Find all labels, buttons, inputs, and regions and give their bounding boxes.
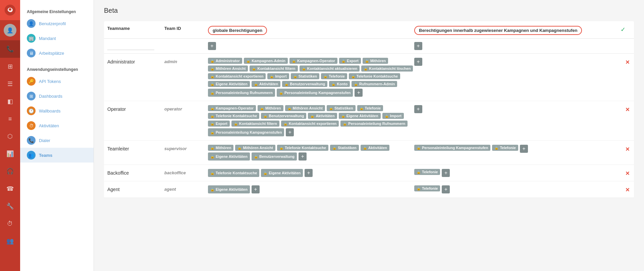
global-perm-tag: 🔒Personaleinteilung Rufnummern [208,89,275,97]
wallboards-icon: 🕐 [27,106,36,115]
general-section-title: Allgemeine Einstellungen [20,7,94,16]
sidebar-item-wallboards[interactable]: 🕐 Wallboards [20,103,94,118]
team-id: admin [164,58,208,64]
chart-sidebar-icon[interactable]: 📊 [0,145,20,163]
save-new-row-button[interactable]: ✓ [621,26,626,33]
lock-icon: 🔒 [254,155,258,159]
lock-icon: 🔒 [270,75,274,78]
add-global-perm-button[interactable]: + [305,169,313,177]
menu-sidebar-icon[interactable]: ☰ [0,75,20,93]
lock-icon: 🔒 [284,82,288,86]
global-perm-tag: 🔒Statistiken [291,73,320,79]
page-title: Beta [104,7,634,14]
campaign-permissions-area: + [414,58,621,66]
lock-icon: 🔒 [332,146,336,150]
lock-icon: 🔒 [341,114,345,118]
main-content: Beta Teamname Team ID globale Berechtigu… [94,0,644,271]
lock-icon: 🔒 [263,114,267,118]
row-action: ✕ [621,185,634,193]
team-name: Teamleiter [104,145,164,151]
add-global-permission-new-button[interactable]: + [208,42,216,50]
table-row: Agent agent 🔒Eigene Aktivitäten+ 🔒Telefo… [104,181,634,198]
database-sidebar-icon[interactable]: ⬡ [0,128,20,145]
lock-icon: 🔒 [210,122,214,126]
clock-sidebar-icon[interactable]: ⏱ [0,215,20,232]
global-perm-tag: 🔒Export [208,121,230,127]
table-row: Teamleiter supervisor 🔒Mithören🔒Mithören… [104,141,634,165]
table-row: Operator operator 🔒Kampagnen-Operator🔒Mi… [104,101,634,141]
aktivitaeten-label: Aktivitäten [39,123,59,128]
sidebar-item-mandant[interactable]: 🏢 Mandant [20,31,94,46]
teams-sidebar-bottom-icon[interactable]: 👥 [0,232,20,250]
team-id: operator [164,105,208,111]
delete-team-button[interactable]: ✕ [625,106,630,113]
global-perm-tag: 🔒Eigene Aktivitäten [261,169,303,177]
add-global-perm-button[interactable]: + [252,185,260,193]
lock-icon: 🔒 [263,171,267,175]
team-id: supervisor [164,145,208,151]
sidebar-item-api-tokens[interactable]: 🔑 API Tokens [20,74,94,89]
row-action: ✕ [621,145,634,152]
campaign-permissions-circled-header: Berechtigungen innerhalb zugewiesener Ka… [414,26,582,35]
phone-sidebar-icon[interactable]: 📞 [0,40,20,58]
lock-icon: 🔒 [331,82,335,86]
lock-icon: 🔒 [237,146,241,150]
lock-icon: 🔒 [210,75,214,78]
campaign-permissions-area: 🔒Telefonie+ [414,185,621,193]
add-campaign-perm-button[interactable]: + [414,105,422,113]
global-permissions-area: 🔒Administrator🔒Kampagnen-Admin🔒Kampagnen… [208,58,414,97]
global-perm-tag: 🔒Telefonie Kontaktsuche [277,145,328,151]
delete-team-button[interactable]: ✕ [625,59,630,65]
tools-sidebar-icon[interactable]: 🔧 [0,197,20,215]
add-campaign-perm-button[interactable]: + [520,145,528,153]
add-global-perm-button[interactable]: + [299,152,307,161]
headset-sidebar-icon[interactable]: 🎧 [0,163,20,180]
lock-icon: 🔒 [210,114,214,118]
sidebar-item-arbeitsplaetze[interactable]: 🖥 Arbeitsplätze [20,46,94,60]
delete-team-button[interactable]: ✕ [625,146,630,152]
global-perm-tag: 🔒Kontaktansicht aktualisieren [300,65,360,72]
lock-icon: 🔒 [283,122,287,126]
dashboards-icon: ⊞ [27,92,36,100]
global-perm-tag: 🔒Eigene Aktivitäten [339,113,381,119]
new-team-row: + + [104,39,634,54]
lock-icon: 🔒 [210,155,214,159]
teams-rows: Administrator admin 🔒Administrator🔒Kampa… [104,54,634,198]
add-campaign-permission-new-button[interactable]: + [414,42,422,50]
app-logo[interactable] [0,0,20,20]
global-perm-tag: 🔒Kampagnen-Admin [244,58,288,64]
global-perm-tag: 🔒Telefonie [357,105,383,111]
sidebar-nav: Allgemeine Einstellungen 👤 Benutzerprofi… [20,0,94,271]
lock-icon: 🔒 [210,59,214,63]
add-campaign-perm-button[interactable]: + [414,58,422,66]
user-avatar[interactable]: 👤 [0,20,20,40]
sidebar-item-aktivitaeten[interactable]: ⏱ Aktivitäten [20,118,94,133]
sidebar-item-dialer[interactable]: 📞 Dialer [20,133,94,148]
add-global-perm-button[interactable]: + [286,128,294,136]
lock-icon: 🔒 [360,106,364,110]
lock-icon: 🔒 [210,146,214,150]
dialer-icon: 📞 [27,136,36,145]
sidebar-item-benutzerprofil[interactable]: 👤 Benutzerprofil [20,16,94,31]
team-name: Agent [104,185,164,192]
grid-sidebar-icon[interactable]: ⊞ [0,58,20,75]
global-perm-tag: 🔒Mithören Ansicht [208,65,248,72]
list-sidebar-icon[interactable]: ≡ [0,110,20,128]
mandant-icon: 🏢 [27,34,36,43]
delete-team-button[interactable]: ✕ [625,187,630,193]
new-teamname-input[interactable] [107,42,154,50]
global-perm-tag: 🔒Kontaktansicht filtern [231,121,279,127]
add-global-perm-button[interactable]: + [355,89,363,97]
add-campaign-perm-button[interactable]: + [442,169,450,177]
add-campaign-perm-button[interactable]: + [442,185,450,193]
lock-icon: 🔒 [417,170,421,174]
sidebar-item-dashboards[interactable]: ⊞ Dashboards [20,89,94,103]
teams-table: Teamname Team ID globale Berechtigungen … [104,21,634,198]
api-tokens-icon: 🔑 [27,77,36,86]
delete-team-button[interactable]: ✕ [625,170,630,177]
layers-sidebar-icon[interactable]: ◧ [0,93,20,110]
sidebar-item-teams[interactable]: 👥 Teams [20,148,94,163]
phone2-sidebar-icon[interactable]: ☎ [0,180,20,197]
lock-icon: 🔒 [494,146,498,150]
global-perm-tag: 🔒Telefonie Kontaktsuche [349,73,400,79]
